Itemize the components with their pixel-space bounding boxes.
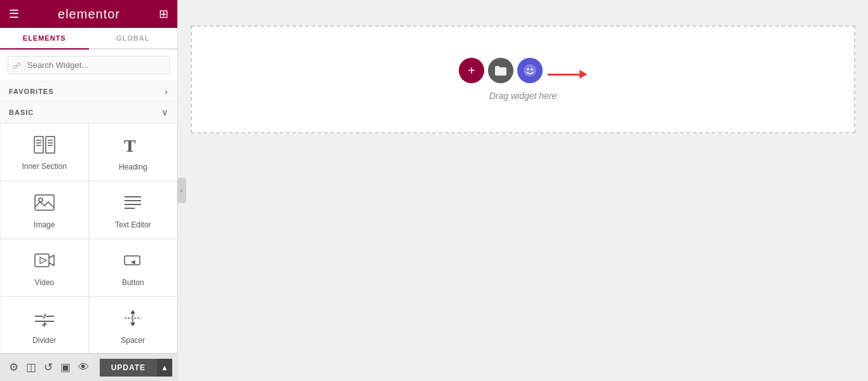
template-button[interactable] <box>517 58 543 83</box>
widget-heading-label: Heading <box>119 163 147 171</box>
svg-marker-21 <box>43 313 46 319</box>
eye-icon[interactable]: 👁 <box>74 361 93 374</box>
svg-marker-16 <box>40 257 46 264</box>
widget-spacer-label: Spacer <box>121 336 145 345</box>
sidebar-collapse-handle[interactable]: ‹ <box>177 178 186 203</box>
settings-icon[interactable]: ⚙ <box>5 361 22 374</box>
svg-point-31 <box>531 69 533 70</box>
svg-point-29 <box>524 64 536 77</box>
widget-heading[interactable]: T Heading <box>89 123 178 181</box>
spacer-icon <box>122 309 144 331</box>
add-element-button[interactable]: + <box>459 58 484 83</box>
widget-divider-label: Divider <box>32 336 56 345</box>
section-favorites-label: FAVORITES <box>9 88 54 95</box>
widget-image-label: Image <box>34 220 55 229</box>
inner-section-icon <box>34 136 55 157</box>
svg-point-30 <box>527 69 529 70</box>
sidebar-tabs: ELEMENTS GLOBAL <box>0 28 177 50</box>
svg-rect-1 <box>46 137 55 153</box>
section-favorites[interactable]: FAVORITES › <box>0 81 177 102</box>
text-editor-icon <box>122 193 144 215</box>
search-icon: ☍ <box>13 60 21 70</box>
basic-chevron: ∨ <box>161 107 168 117</box>
favorites-chevron: › <box>165 86 168 97</box>
widget-video-label: Video <box>35 278 54 287</box>
search-area: ☍ <box>0 50 177 81</box>
video-icon <box>34 251 55 273</box>
tab-global[interactable]: GLOBAL <box>89 28 178 48</box>
widget-text-editor-label: Text Editor <box>115 220 151 229</box>
widget-inner-section[interactable]: Inner Section <box>0 123 89 181</box>
canvas-controls: + <box>459 58 543 83</box>
image-icon <box>34 193 55 215</box>
svg-text:T: T <box>124 136 136 154</box>
hamburger-icon[interactable]: ☰ <box>9 7 19 21</box>
drag-hint: Drag widget here <box>489 91 557 101</box>
button-icon <box>122 251 144 273</box>
arrow-indicator <box>548 70 587 79</box>
svg-rect-17 <box>125 256 140 265</box>
svg-marker-27 <box>130 323 135 326</box>
section-basic-label: BASIC <box>9 109 34 116</box>
widget-text-editor[interactable]: Text Editor <box>89 181 178 239</box>
layers-icon[interactable]: ◫ <box>22 361 40 374</box>
update-caret-button[interactable]: ▲ <box>157 359 172 377</box>
section-basic[interactable]: BASIC ∨ <box>0 102 177 123</box>
svg-marker-25 <box>130 310 135 314</box>
tab-elements[interactable]: ELEMENTS <box>0 28 89 50</box>
history-icon[interactable]: ↺ <box>40 361 57 374</box>
svg-marker-23 <box>43 323 46 326</box>
search-input[interactable] <box>8 56 170 74</box>
heading-icon: T <box>122 135 144 157</box>
update-button[interactable]: UPDATE <box>100 359 157 377</box>
svg-rect-9 <box>35 195 54 210</box>
widget-button[interactable]: Button <box>89 239 178 297</box>
widget-divider[interactable]: Divider <box>0 297 89 353</box>
templates-icon[interactable]: ▣ <box>57 361 74 374</box>
widget-image[interactable]: Image <box>0 181 89 239</box>
svg-point-10 <box>39 198 43 202</box>
sidebar: ☰ elementor ⊞ ELEMENTS GLOBAL ☍ FAVORITE… <box>0 0 178 381</box>
sidebar-toolbar: ⚙ ◫ ↺ ▣ 👁 UPDATE ▲ <box>0 353 177 381</box>
folder-button[interactable] <box>488 58 513 83</box>
brand-title: elementor <box>58 7 120 22</box>
svg-rect-0 <box>34 137 43 153</box>
sidebar-header: ☰ elementor ⊞ <box>0 0 177 28</box>
widget-video[interactable]: Video <box>0 239 89 297</box>
widget-inner-section-label: Inner Section <box>22 162 67 171</box>
divider-icon <box>34 309 55 331</box>
widget-spacer[interactable]: Spacer <box>89 297 178 353</box>
grid-icon[interactable]: ⊞ <box>159 7 168 21</box>
widget-grid: Inner Section T Heading Image <box>0 123 177 353</box>
widget-button-label: Button <box>122 278 144 287</box>
canvas-section: + Drag widget here <box>191 25 855 133</box>
canvas-area: + Drag widget here <box>178 0 868 381</box>
